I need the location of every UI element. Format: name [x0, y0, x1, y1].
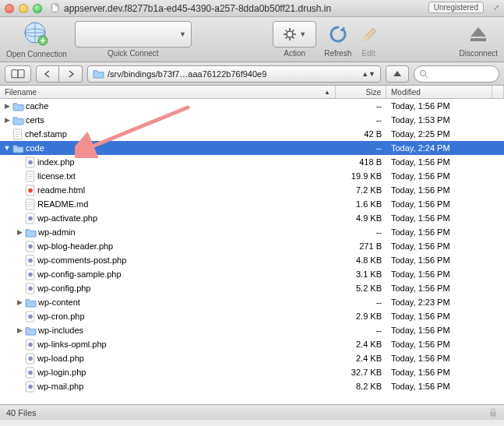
- quick-connect-dropdown[interactable]: ▼: [75, 21, 192, 48]
- file-row[interactable]: wp-links-opml.php2.4 KBToday, 1:56 PM: [0, 337, 504, 351]
- file-row[interactable]: ▶wp-includes--Today, 1:56 PM: [0, 323, 504, 337]
- file-row[interactable]: license.txt19.9 KBToday, 1:56 PM: [0, 169, 504, 183]
- disclosure-closed-icon[interactable]: ▶: [3, 102, 11, 110]
- file-name: wp-admin: [38, 227, 76, 237]
- file-name: certs: [26, 115, 44, 125]
- file-modified: Today, 1:56 PM: [386, 340, 504, 349]
- unregistered-badge[interactable]: Unregistered: [428, 2, 484, 13]
- minimize-window-button[interactable]: [19, 4, 28, 13]
- column-modified[interactable]: Modified: [386, 86, 492, 98]
- disclosure-closed-icon[interactable]: ▶: [3, 116, 11, 124]
- file-row[interactable]: wp-cron.php2.9 KBToday, 1:56 PM: [0, 309, 504, 323]
- folder-icon: [25, 227, 37, 238]
- file-size: 1.6 KB: [336, 199, 386, 209]
- file-icon: [25, 213, 36, 224]
- traffic-lights: [5, 4, 42, 13]
- file-row[interactable]: ▶certs--Today, 1:53 PM: [0, 113, 504, 127]
- file-modified: Today, 1:56 PM: [386, 354, 504, 363]
- disclosure-closed-icon[interactable]: ▶: [16, 228, 23, 236]
- file-size: 42 B: [336, 129, 386, 139]
- file-icon: [25, 255, 36, 266]
- file-icon: [25, 241, 36, 252]
- svg-point-4: [287, 31, 293, 37]
- file-row[interactable]: readme.html7.2 KBToday, 1:56 PM: [0, 183, 504, 197]
- search-box[interactable]: [414, 65, 499, 83]
- disclosure-closed-icon[interactable]: ▶: [16, 298, 23, 306]
- forward-icon: [67, 70, 75, 78]
- disconnect-item: Disconnect: [460, 21, 498, 58]
- svg-rect-43: [490, 412, 496, 417]
- toolbar: Open Connection ▼ Quick Connect ▼ Action…: [0, 17, 504, 62]
- window-title-text: appserver.dev.f8277b1a-ed45-4390-a257-8d…: [64, 3, 331, 14]
- file-size: --: [336, 297, 386, 307]
- file-name: wp-links-opml.php: [37, 340, 107, 349]
- file-row[interactable]: ▶cache--Today, 1:56 PM: [0, 99, 504, 113]
- file-row[interactable]: ▼code--Today, 2:24 PM: [0, 141, 504, 155]
- refresh-icon: [327, 23, 349, 45]
- file-size: 19.9 KB: [336, 171, 386, 181]
- file-icon: [25, 269, 36, 280]
- column-size[interactable]: Size: [336, 86, 386, 98]
- svg-point-30: [28, 272, 33, 276]
- path-text: /srv/bindings/b73f7…aaa76122b76f940e9: [107, 69, 266, 79]
- svg-point-14: [421, 70, 426, 76]
- file-row[interactable]: wp-config.php5.2 KBToday, 1:56 PM: [0, 281, 504, 295]
- svg-point-28: [28, 258, 33, 262]
- bookmarks-button[interactable]: [5, 65, 31, 83]
- disclosure-closed-icon[interactable]: ▶: [16, 326, 23, 334]
- file-name: wp-activate.php: [37, 213, 97, 223]
- file-row[interactable]: wp-blog-header.php271 BToday, 1:56 PM: [0, 239, 504, 253]
- file-size: --: [336, 115, 386, 125]
- close-window-button[interactable]: [5, 4, 14, 13]
- file-row[interactable]: wp-activate.php4.9 KBToday, 1:56 PM: [0, 211, 504, 225]
- svg-point-36: [28, 342, 33, 347]
- file-size: 4.9 KB: [336, 213, 386, 223]
- file-modified: Today, 1:56 PM: [386, 368, 504, 377]
- disconnect-button[interactable]: [467, 21, 490, 48]
- search-input[interactable]: [432, 69, 494, 79]
- zoom-window-button[interactable]: [33, 4, 42, 13]
- svg-point-32: [28, 286, 33, 290]
- file-size: 32.7 KB: [336, 368, 386, 377]
- refresh-item: Refresh: [324, 21, 351, 58]
- file-name: readme.html: [37, 185, 85, 195]
- svg-point-26: [28, 244, 33, 248]
- file-row[interactable]: wp-config-sample.php3.1 KBToday, 1:56 PM: [0, 267, 504, 281]
- file-name: wp-blog-header.php: [37, 241, 113, 251]
- open-connection-button[interactable]: [20, 20, 53, 48]
- file-row[interactable]: wp-mail.php8.2 KBToday, 1:56 PM: [0, 379, 504, 393]
- folder-icon: [12, 101, 24, 111]
- file-size: --: [336, 326, 386, 335]
- action-dropdown[interactable]: ▼: [273, 21, 316, 48]
- edit-button[interactable]: [359, 21, 378, 48]
- edit-item: Edit: [359, 21, 378, 58]
- disconnect-label: Disconnect: [460, 49, 498, 58]
- file-row[interactable]: ▶wp-admin--Today, 1:56 PM: [0, 225, 504, 239]
- back-button[interactable]: [36, 65, 59, 83]
- file-row[interactable]: index.php418 BToday, 1:56 PM: [0, 155, 504, 169]
- file-row[interactable]: wp-load.php2.4 KBToday, 1:56 PM: [0, 351, 504, 365]
- refresh-button[interactable]: [327, 21, 349, 48]
- document-proxy-icon[interactable]: [50, 3, 61, 14]
- path-dropdown[interactable]: /srv/bindings/b73f7…aaa76122b76f940e9 ▲▼: [87, 65, 381, 83]
- file-name: index.php: [37, 157, 75, 167]
- file-row[interactable]: wp-comments-post.php4.8 KBToday, 1:56 PM: [0, 253, 504, 267]
- edit-label: Edit: [362, 49, 375, 58]
- file-name: wp-config-sample.php: [37, 269, 122, 279]
- file-icon: [12, 129, 23, 140]
- file-row[interactable]: ▶wp-content--Today, 2:23 PM: [0, 295, 504, 309]
- toolbar-toggle-icon[interactable]: ⤢: [493, 3, 499, 12]
- pencil-icon: [359, 23, 378, 45]
- lock-icon[interactable]: [488, 408, 498, 417]
- folder-icon: [12, 115, 24, 125]
- file-row[interactable]: README.md1.6 KBToday, 1:56 PM: [0, 197, 504, 211]
- file-list[interactable]: ▶cache--Today, 1:56 PM▶certs--Today, 1:5…: [0, 99, 504, 404]
- file-modified: Today, 1:56 PM: [386, 171, 504, 181]
- file-row[interactable]: chef.stamp42 BToday, 2:25 PM: [0, 127, 504, 141]
- go-up-button[interactable]: [386, 65, 409, 83]
- forward-button[interactable]: [59, 65, 83, 83]
- column-filename[interactable]: Filename▲: [0, 86, 336, 98]
- disclosure-open-icon[interactable]: ▼: [3, 144, 11, 152]
- file-row[interactable]: wp-login.php32.7 KBToday, 1:56 PM: [0, 365, 504, 379]
- file-name: wp-mail.php: [37, 382, 83, 391]
